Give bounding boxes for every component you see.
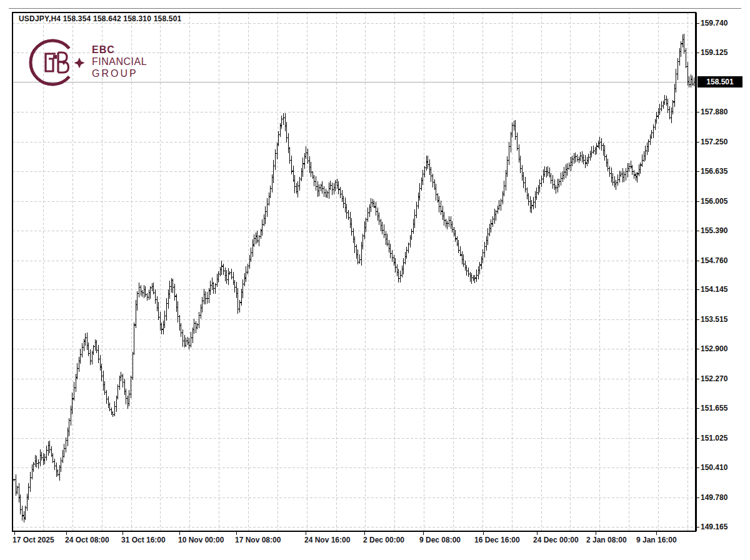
logo-star-icon — [74, 58, 84, 68]
time-axis-label: 16 Dec 16:00 — [474, 536, 520, 544]
time-axis-label: 24 Nov 16:00 — [304, 536, 350, 544]
time-axis-label: 9 Dec 08:00 — [419, 536, 461, 544]
price-axis-label: 151.655 — [701, 403, 728, 413]
time-axis-label: 2 Jan 08:00 — [586, 536, 627, 544]
logo-text-ebc: EBC — [92, 44, 115, 56]
price-axis-label: 152.270 — [701, 374, 728, 384]
price-axis-label: 159.125 — [701, 48, 728, 58]
time-axis-label: 2 Dec 00:00 — [363, 536, 404, 544]
price-axis-label: 152.900 — [701, 344, 728, 354]
price-axis-label: 150.410 — [701, 462, 728, 472]
ebc-logo-mark-icon — [0, 0, 175, 94]
ebc-logo: EBC FINANCIAL GROUP — [0, 0, 175, 94]
current-price-tag: 158.501 — [698, 76, 742, 88]
price-axis-label: 157.880 — [701, 107, 728, 117]
chart-window: USDJPY,H4 158.354 158.642 158.310 158.50… — [0, 0, 750, 560]
price-axis-label: 159.740 — [701, 18, 728, 28]
price-axis-label: 149.780 — [701, 492, 728, 502]
time-axis-label: 17 Nov 08:00 — [235, 536, 281, 544]
logo-text-group: GROUP — [92, 68, 138, 79]
price-axis-label: 149.165 — [701, 522, 728, 532]
price-axis-label: 156.005 — [701, 196, 728, 206]
price-axis-label: 154.760 — [701, 256, 728, 266]
time-axis-label: 24 Oct 08:00 — [65, 536, 109, 544]
price-axis-label: 151.025 — [701, 433, 728, 443]
time-axis-label: 10 Nov 00:00 — [178, 536, 224, 544]
time-axis-label: 24 Dec 00:00 — [533, 536, 579, 544]
logo-text-financial: FINANCIAL — [92, 56, 147, 68]
time-axis-label: 9 Jan 16:00 — [636, 536, 677, 544]
time-axis-label: 31 Oct 16:00 — [121, 536, 166, 544]
price-axis-label: 155.390 — [701, 226, 728, 236]
price-axis-label: 157.250 — [701, 137, 728, 147]
time-axis-label: 17 Oct 2025 — [12, 536, 54, 544]
price-axis-label: 153.515 — [701, 314, 728, 324]
price-axis-label: 156.635 — [701, 166, 728, 176]
price-axis-label: 154.145 — [701, 284, 728, 294]
